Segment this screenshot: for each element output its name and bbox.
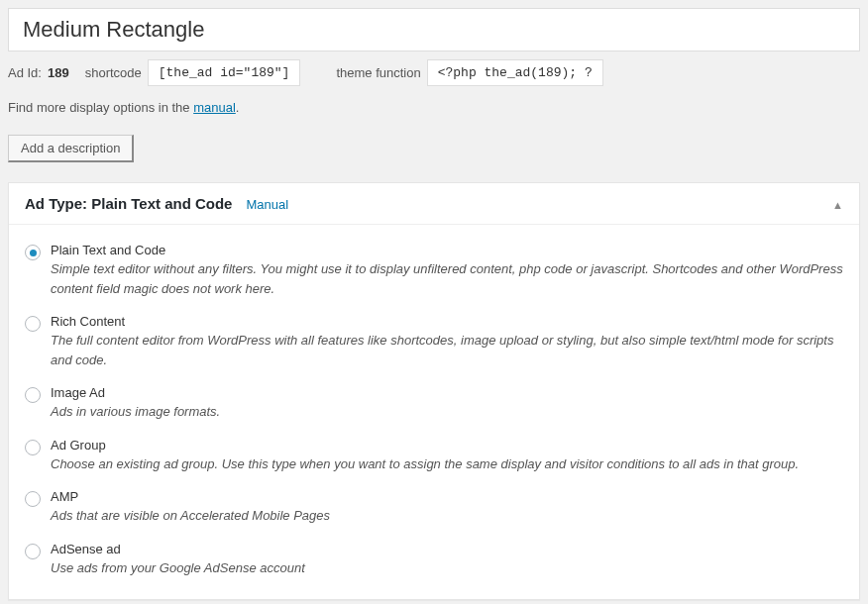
radio-description: Ads that are visible on Accelerated Mobi… [51, 506, 843, 526]
radio-title[interactable]: Plain Text and Code [51, 243, 843, 257]
radio-item: Image AdAds in various image formats. [25, 385, 843, 422]
radio-description: Use ads from your Google AdSense account [51, 558, 843, 578]
radio-content: Plain Text and CodeSimple text editor wi… [51, 243, 843, 298]
radio-title[interactable]: AMP [51, 489, 843, 504]
panel-heading: Ad Type: Plain Text and Code [25, 195, 232, 212]
ad-id-value: 189 [48, 65, 69, 80]
theme-function-label: theme function [336, 65, 420, 80]
radio-item: Plain Text and CodeSimple text editor wi… [25, 243, 843, 298]
page-title: Medium Rectangle [23, 17, 845, 43]
panel-body: Plain Text and CodeSimple text editor wi… [9, 225, 859, 599]
radio-button[interactable] [25, 316, 41, 332]
radio-item: Rich ContentThe full content editor from… [25, 314, 843, 369]
shortcode-value[interactable]: [the_ad id="189"] [148, 59, 301, 86]
theme-function-value[interactable]: <?php the_ad(189); ? [427, 59, 603, 86]
radio-button[interactable] [25, 440, 41, 455]
panel-header: Ad Type: Plain Text and Code Manual ▲ [9, 183, 859, 225]
radio-button[interactable] [25, 387, 41, 403]
manual-link[interactable]: manual [193, 100, 236, 115]
radio-content: Ad GroupChoose an existing ad group. Use… [51, 438, 843, 474]
radio-content: Rich ContentThe full content editor from… [51, 314, 843, 369]
shortcode-label: shortcode [85, 65, 142, 80]
radio-content: AdSense adUse ads from your Google AdSen… [51, 542, 843, 578]
radio-title[interactable]: Rich Content [51, 314, 843, 329]
radio-button[interactable] [25, 245, 41, 260]
radio-item: Ad GroupChoose an existing ad group. Use… [25, 438, 843, 474]
radio-title[interactable]: Image Ad [51, 385, 843, 400]
info-suffix: . [236, 100, 240, 115]
panel-manual-link[interactable]: Manual [246, 197, 288, 212]
title-box: Medium Rectangle [8, 8, 860, 51]
radio-description: Choose an existing ad group. Use this ty… [51, 454, 843, 474]
radio-title[interactable]: AdSense ad [51, 542, 843, 556]
radio-description: Simple text editor without any filters. … [51, 259, 843, 298]
radio-content: AMPAds that are visible on Accelerated M… [51, 489, 843, 526]
radio-button[interactable] [25, 544, 41, 559]
info-line: Find more display options in the manual. [8, 100, 860, 115]
collapse-icon[interactable]: ▲ [832, 199, 843, 211]
ad-id-label: Ad Id: [8, 65, 42, 80]
info-prefix: Find more display options in the [8, 100, 193, 115]
ad-type-panel: Ad Type: Plain Text and Code Manual ▲ Pl… [8, 182, 860, 600]
radio-description: The full content editor from WordPress w… [51, 331, 843, 369]
radio-item: AdSense adUse ads from your Google AdSen… [25, 542, 843, 578]
radio-description: Ads in various image formats. [51, 402, 843, 422]
meta-row: Ad Id: 189 shortcode [the_ad id="189"] t… [8, 59, 860, 86]
radio-button[interactable] [25, 491, 41, 507]
add-description-button[interactable]: Add a description [8, 135, 134, 162]
radio-item: AMPAds that are visible on Accelerated M… [25, 489, 843, 526]
radio-content: Image AdAds in various image formats. [51, 385, 843, 422]
radio-title[interactable]: Ad Group [51, 438, 843, 453]
